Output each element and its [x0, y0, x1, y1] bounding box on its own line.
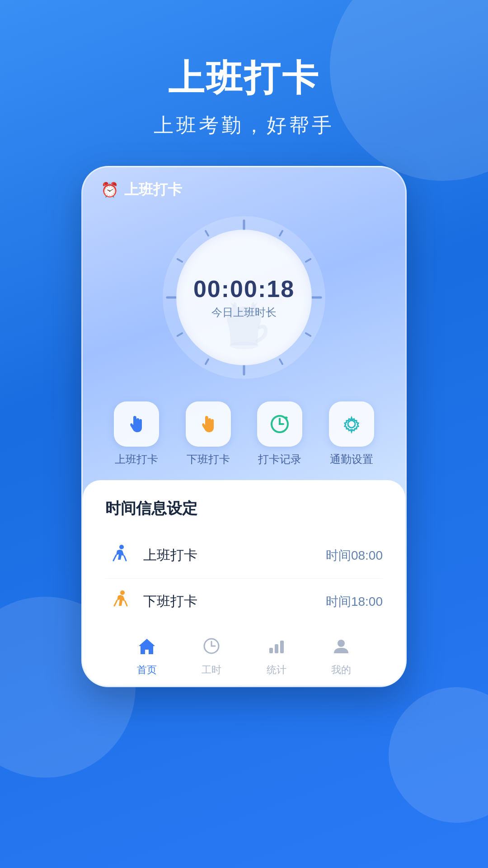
- phone-top-bar: ⏰ 上班打卡: [83, 167, 405, 207]
- nav-hours[interactable]: 工时: [202, 637, 221, 677]
- svg-line-10: [178, 259, 182, 262]
- svg-line-4: [306, 333, 310, 336]
- bg-decoration-3: [389, 687, 488, 823]
- svg-line-5: [280, 359, 282, 364]
- svg-line-8: [178, 333, 182, 336]
- checkin-button[interactable]: [114, 401, 159, 447]
- nav-stats[interactable]: 统计: [267, 637, 286, 677]
- settings-button[interactable]: [329, 401, 374, 447]
- svg-point-20: [338, 640, 345, 647]
- page-wrapper: 上班打卡 上班考勤，好帮手 ⏰ 上班打卡: [0, 0, 488, 687]
- alarm-icon: ⏰: [101, 181, 119, 198]
- records-btn-wrap[interactable]: 打卡记录: [257, 401, 302, 467]
- checkout-label: 下班打卡: [187, 452, 230, 467]
- svg-point-15: [120, 590, 125, 595]
- svg-line-7: [206, 359, 208, 364]
- clock-outer-ring: 00:00:18 今日上班时长: [163, 216, 325, 379]
- schedule-row-end[interactable]: 下班打卡 时间18:00: [105, 579, 383, 624]
- page-title: 上班打卡: [168, 54, 320, 103]
- clock-area: 00:00:18 今日上班时长: [83, 207, 405, 392]
- svg-rect-18: [275, 644, 278, 653]
- action-buttons-row: 上班打卡 下班打卡 打卡记录: [83, 392, 405, 480]
- settings-gear-icon: [340, 412, 363, 436]
- svg-line-11: [206, 231, 208, 236]
- section-title: 时间信息设定: [105, 498, 383, 519]
- stats-bar-icon: [267, 637, 286, 660]
- nav-hours-label: 工时: [202, 663, 221, 677]
- bottom-nav: 首页 工时: [105, 624, 383, 686]
- svg-rect-19: [280, 641, 284, 653]
- end-work-name: 下班打卡: [143, 592, 315, 611]
- page-subtitle: 上班考勤，好帮手: [154, 112, 334, 139]
- nav-profile[interactable]: 我的: [331, 637, 351, 677]
- end-work-time: 时间18:00: [326, 593, 383, 610]
- nav-stats-label: 统计: [267, 663, 286, 677]
- checkin-btn-wrap[interactable]: 上班打卡: [114, 401, 159, 467]
- svg-line-2: [306, 259, 310, 262]
- phone-mockup: ⏰ 上班打卡: [81, 166, 407, 687]
- start-work-name: 上班打卡: [143, 546, 315, 565]
- phone-app-title: 上班打卡: [124, 180, 182, 200]
- nav-home[interactable]: 首页: [137, 637, 157, 677]
- checkout-hand-icon: [197, 412, 220, 436]
- records-button[interactable]: [257, 401, 302, 447]
- nav-profile-label: 我的: [331, 663, 351, 677]
- svg-line-1: [280, 231, 282, 236]
- bottom-info-card: 时间信息设定 上班打卡 时间08:00: [83, 480, 405, 686]
- end-work-icon: [105, 590, 132, 613]
- settings-label: 通勤设置: [330, 452, 373, 467]
- clock-icon: [202, 637, 221, 660]
- svg-point-14: [119, 545, 124, 549]
- schedule-row-start[interactable]: 上班打卡 时间08:00: [105, 533, 383, 579]
- settings-btn-wrap[interactable]: 通勤设置: [329, 401, 374, 467]
- records-icon: [268, 412, 291, 436]
- checkout-btn-wrap[interactable]: 下班打卡: [186, 401, 231, 467]
- profile-icon: [332, 637, 350, 660]
- clock-label: 今日上班时长: [211, 305, 277, 320]
- nav-home-label: 首页: [137, 663, 157, 677]
- checkin-label: 上班打卡: [115, 452, 158, 467]
- start-work-time: 时间08:00: [326, 547, 383, 564]
- svg-rect-17: [269, 648, 273, 653]
- start-work-icon: [105, 543, 132, 567]
- checkin-hand-icon: [125, 412, 148, 436]
- clock-time-display: 00:00:18: [193, 275, 295, 302]
- checkout-button[interactable]: [186, 401, 231, 447]
- home-icon: [137, 637, 157, 660]
- svg-point-12: [230, 342, 258, 349]
- records-label: 打卡记录: [258, 452, 301, 467]
- clock-inner: 00:00:18 今日上班时长: [176, 230, 312, 365]
